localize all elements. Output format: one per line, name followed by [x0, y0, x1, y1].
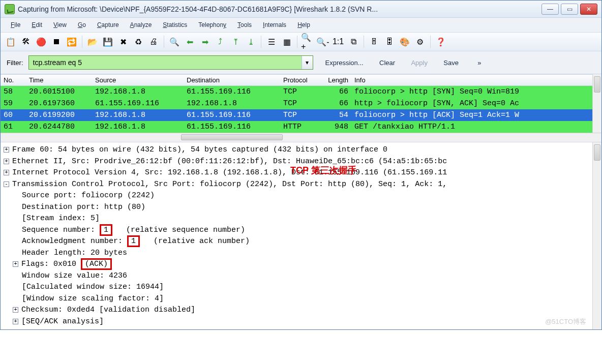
expand-icon[interactable]: + — [4, 170, 9, 175]
menubar: File Edit View Go Capture Analyze Statis… — [1, 18, 601, 33]
filter-input-wrap: ▾ — [28, 55, 313, 70]
restart-capture-button[interactable]: 🔁 — [65, 35, 79, 49]
maximize-button[interactable]: ▭ — [561, 4, 578, 15]
go-first-button[interactable]: ⤒ — [228, 35, 243, 49]
col-time[interactable]: Time — [26, 75, 92, 85]
titlebar: Capturing from Microsoft: \Device\NPF_{A… — [1, 1, 601, 18]
menu-edit[interactable]: Edit — [26, 20, 47, 30]
menu-view[interactable]: View — [48, 20, 72, 30]
menu-analyze[interactable]: Analyze — [125, 20, 157, 30]
packet-row[interactable]: 6020.6199200192.168.1.861.155.169.116TCP… — [1, 109, 601, 121]
toolbar: 📋 🛠 🔴 ⏹ 🔁 📂 💾 ✖ ♻ 🖨 🔍 ⬅ ➡ ⤴ ⤒ ⤓ ☰ ▦ 🔍+ 🔍… — [1, 33, 601, 51]
packet-list: No. Time Source Destination Protocol Len… — [1, 74, 601, 133]
col-dst[interactable]: Destination — [184, 75, 280, 85]
menu-tools[interactable]: Tools — [232, 20, 257, 30]
flags-value: (ACK) — [81, 258, 112, 270]
filter-actions: Expression... Clear Apply Save » — [318, 59, 489, 67]
app-window: Capturing from Microsoft: \Device\NPF_{A… — [0, 0, 602, 330]
zoom-100-button[interactable]: 1:1 — [331, 35, 345, 49]
collapse-icon[interactable]: - — [4, 181, 9, 187]
close-button[interactable]: ✕ — [580, 4, 597, 15]
ack-number-line[interactable]: Acknowledgment number: 1 (relative ack n… — [4, 236, 598, 248]
save-link[interactable]: Save — [443, 59, 459, 67]
seq-ack-analysis-line[interactable]: +[SEQ/ACK analysis] — [4, 316, 598, 328]
zoom-out-button[interactable]: 🔍- — [316, 35, 330, 49]
packet-list-vscrollbar[interactable] — [592, 74, 601, 133]
toolbar-separator — [430, 36, 431, 48]
expand-icon[interactable]: + — [4, 147, 9, 153]
close-file-button[interactable]: ✖ — [116, 35, 130, 49]
stream-index-line[interactable]: [Stream index: 5] — [4, 213, 598, 225]
col-len[interactable]: Length — [321, 75, 351, 85]
packet-row[interactable]: 6120.6244780192.168.1.861.155.169.116HTT… — [1, 121, 601, 133]
expand-icon[interactable]: + — [4, 159, 9, 164]
header-length-line[interactable]: Header length: 20 bytes — [4, 248, 598, 259]
expand-icon[interactable]: + — [13, 261, 18, 267]
options-button[interactable]: 🛠 — [19, 35, 33, 49]
clear-link[interactable]: Clear — [379, 59, 395, 67]
filter-bar: Filter: ▾ Expression... Clear Apply Save… — [1, 51, 601, 74]
find-button[interactable]: 🔍 — [167, 35, 182, 49]
open-file-button[interactable]: 📂 — [85, 35, 100, 49]
seq-number-line[interactable]: Sequence number: 1 (relative sequence nu… — [4, 225, 598, 236]
window-size-line[interactable]: Window size value: 4236 — [4, 270, 598, 282]
calc-window-size-line[interactable]: [Calculated window size: 16944] — [4, 282, 598, 293]
col-proto[interactable]: Protocol — [280, 75, 321, 85]
minimize-button[interactable]: — — [541, 4, 559, 15]
source-port-line[interactable]: Source port: foliocorp (2242) — [4, 190, 598, 202]
colorize-button[interactable]: ☰ — [264, 35, 279, 49]
filter-label: Filter: — [7, 59, 23, 67]
tcp-line[interactable]: -Transmission Control Protocol, Src Port… — [4, 179, 598, 191]
flags-line[interactable]: +Flags: 0x010 (ACK) — [4, 259, 598, 270]
frame-line[interactable]: +Frame 60: 54 bytes on wire (432 bits), … — [4, 144, 598, 156]
start-capture-button[interactable]: 🔴 — [34, 35, 48, 49]
expand-icon[interactable]: + — [13, 319, 18, 324]
go-last-button[interactable]: ⤓ — [244, 35, 258, 49]
more-chevron-icon[interactable]: » — [477, 59, 481, 67]
seq-value: 1 — [100, 224, 112, 236]
menu-capture[interactable]: Capture — [92, 20, 124, 30]
filter-dropdown-button[interactable]: ▾ — [302, 56, 313, 69]
packet-row[interactable]: 5920.619736061.155.169.116192.168.1.8TCP… — [1, 98, 601, 109]
resize-columns-button[interactable]: ⧉ — [346, 35, 360, 49]
menu-telephony[interactable]: Telephony — [193, 20, 231, 30]
menu-statistics[interactable]: Statistics — [158, 20, 192, 30]
col-no[interactable]: No. — [1, 75, 26, 85]
packet-list-hscrollbar[interactable] — [1, 133, 601, 142]
capture-filters-button[interactable]: 🎚 — [367, 35, 381, 49]
reload-button[interactable]: ♻ — [131, 35, 145, 49]
checksum-line[interactable]: +Checksum: 0xded4 [validation disabled] — [4, 305, 598, 316]
col-info[interactable]: Info — [351, 75, 601, 85]
go-to-packet-button[interactable]: ⤴ — [213, 35, 227, 49]
menu-go[interactable]: Go — [73, 20, 91, 30]
expression-link[interactable]: Expression... — [325, 59, 364, 67]
watermark: @51CTO博客 — [545, 317, 586, 327]
filter-input[interactable] — [29, 56, 302, 69]
interfaces-button[interactable]: 📋 — [4, 35, 18, 49]
col-src[interactable]: Source — [92, 75, 184, 85]
auto-scroll-button[interactable]: ▦ — [280, 35, 294, 49]
preferences-button[interactable]: ⚙ — [413, 35, 427, 49]
menu-help[interactable]: Help — [292, 20, 315, 30]
toolbar-separator — [364, 36, 364, 48]
go-back-button[interactable]: ⬅ — [183, 35, 197, 49]
coloring-rules-button[interactable]: 🎨 — [398, 35, 412, 49]
menu-file[interactable]: File — [6, 20, 25, 30]
menu-internals[interactable]: Internals — [258, 20, 291, 30]
help-button[interactable]: ❓ — [434, 35, 448, 49]
zoom-in-button[interactable]: 🔍+ — [300, 35, 315, 49]
toolbar-separator — [297, 36, 297, 48]
expand-icon[interactable]: + — [13, 307, 18, 313]
print-button[interactable]: 🖨 — [146, 35, 161, 49]
apply-link[interactable]: Apply — [411, 59, 428, 67]
dest-port-line[interactable]: Destination port: http (80) — [4, 202, 598, 214]
details-vscrollbar[interactable] — [592, 142, 601, 329]
window-scaling-line[interactable]: [Window size scaling factor: 4] — [4, 293, 598, 305]
go-forward-button[interactable]: ➡ — [198, 35, 212, 49]
packet-row[interactable]: 5820.6015100192.168.1.861.155.169.116TCP… — [1, 86, 601, 98]
toolbar-separator — [164, 36, 164, 48]
save-file-button[interactable]: 💾 — [101, 35, 115, 49]
packet-list-header: No. Time Source Destination Protocol Len… — [1, 74, 601, 86]
stop-capture-button[interactable]: ⏹ — [49, 35, 64, 49]
display-filters-button[interactable]: 🎛 — [382, 35, 397, 49]
